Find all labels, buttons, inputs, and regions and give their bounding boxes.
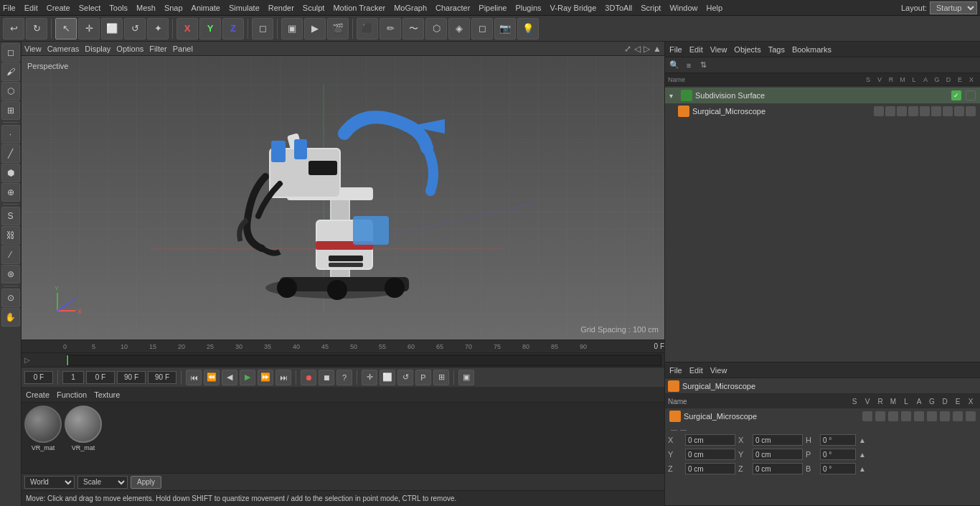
menu-mesh[interactable]: Mesh: [136, 4, 156, 12]
obj-icon-m6[interactable]: [931, 106, 941, 116]
menu-plugins[interactable]: Plugins: [515, 4, 541, 12]
attr-p-input[interactable]: [820, 449, 856, 460]
obj-menu-bookmarks[interactable]: Bookmarks: [792, 45, 831, 54]
attr-y-input[interactable]: [685, 449, 735, 460]
attr-obj-icon-7[interactable]: [940, 411, 950, 421]
y-axis-button[interactable]: Y: [199, 18, 221, 39]
apply-button[interactable]: Apply: [131, 476, 161, 489]
attr-z2-input[interactable]: [753, 463, 803, 474]
vp-icon-left[interactable]: ◁: [634, 44, 641, 54]
max-frame-input[interactable]: [148, 371, 176, 384]
attr-z-input[interactable]: [685, 463, 735, 474]
stop-button[interactable]: ⏹: [319, 370, 334, 385]
mat-menu-create[interactable]: Create: [26, 390, 50, 399]
deform-button[interactable]: ◈: [448, 18, 470, 39]
menu-3dtoall[interactable]: 3DToAll: [605, 4, 632, 12]
tool-ik[interactable]: ⛓: [1, 226, 20, 245]
obj-icon-m1[interactable]: [874, 106, 884, 116]
attr-arrow-h[interactable]: ▲: [859, 436, 867, 444]
attr-obj-icon-1[interactable]: [862, 411, 872, 421]
timeline-bar[interactable]: [66, 355, 661, 366]
obj-icon-sort[interactable]: ⇅: [697, 59, 710, 72]
pb-layout-button[interactable]: ▣: [458, 370, 474, 385]
menu-simulate[interactable]: Simulate: [229, 4, 260, 12]
obj-menu-edit[interactable]: Edit: [689, 45, 703, 54]
cube-button[interactable]: ⬛: [357, 18, 378, 39]
menu-render[interactable]: Render: [268, 4, 294, 12]
help-button[interactable]: ?: [336, 370, 352, 385]
render-viewport-button[interactable]: ▶: [304, 18, 326, 39]
obj-icon-m3[interactable]: [897, 106, 907, 116]
pb-rotate-button[interactable]: ↺: [397, 370, 413, 385]
attr-arrow-b[interactable]: ▲: [859, 465, 867, 473]
obj-menu-tags[interactable]: Tags: [768, 45, 785, 54]
attr-obj-icon-2[interactable]: [875, 411, 885, 421]
attr-y2-input[interactable]: [753, 449, 803, 460]
menu-sculpt[interactable]: Sculpt: [303, 4, 325, 12]
attr-menu-view[interactable]: View: [710, 366, 727, 375]
vp-menu-cameras[interactable]: Cameras: [47, 44, 80, 53]
obj-menu-file[interactable]: File: [669, 45, 682, 54]
vp-menu-panel[interactable]: Panel: [173, 44, 193, 53]
tool-polygons[interactable]: ⬢: [1, 164, 20, 182]
obj-icon-m9[interactable]: [966, 106, 976, 116]
vp-icon-right[interactable]: ▷: [644, 44, 650, 54]
move-tool-button[interactable]: ✛: [78, 18, 100, 39]
tool-edges[interactable]: ╱: [1, 144, 20, 163]
attr-b-input[interactable]: [820, 463, 856, 474]
attr-obj-icon-4[interactable]: [901, 411, 911, 421]
undo-button[interactable]: ↩: [3, 18, 24, 39]
obj-icon-m7[interactable]: [943, 106, 953, 116]
obj-icon-m4[interactable]: [908, 106, 918, 116]
z-axis-button[interactable]: Z: [222, 18, 244, 39]
attr-obj-list-row[interactable]: Surgical_Microscope: [665, 408, 980, 424]
menu-select[interactable]: Select: [79, 4, 101, 12]
mat-menu-function[interactable]: Function: [57, 390, 87, 399]
obj-menu-view[interactable]: View: [710, 45, 727, 54]
pb-scale-button[interactable]: ⬜: [380, 370, 395, 385]
record-button[interactable]: ⏺: [301, 370, 316, 385]
viewport-canvas[interactable]: Perspective Grid Spacing : 100 cm X Y Z: [22, 56, 664, 339]
attr-x2-input[interactable]: [753, 434, 803, 446]
attr-obj-icon-3[interactable]: [888, 411, 898, 421]
mat-menu-texture[interactable]: Texture: [94, 390, 120, 399]
material-item-0[interactable]: VR_mat: [24, 406, 62, 451]
tool-paint[interactable]: 🖌: [1, 62, 20, 81]
object-mode-button[interactable]: ◻: [252, 18, 273, 39]
transform-tool-button[interactable]: ✦: [147, 18, 169, 39]
layout-dropdown[interactable]: Startup: [930, 1, 977, 14]
vp-icon-expand[interactable]: ⤢: [624, 44, 631, 54]
obj-menu-objects[interactable]: Objects: [734, 45, 760, 54]
vp-menu-filter[interactable]: Filter: [149, 44, 166, 53]
object-row-microscope[interactable]: Surgical_Microscope: [665, 103, 980, 119]
start-frame-input[interactable]: [86, 371, 115, 384]
tool-model[interactable]: ◻: [1, 43, 20, 62]
attr-obj-icon-8[interactable]: [953, 411, 963, 421]
goto-start-button[interactable]: ⏮: [186, 370, 202, 385]
current-frame-input[interactable]: [24, 371, 53, 384]
vp-menu-options[interactable]: Options: [116, 44, 143, 53]
menu-animate[interactable]: Animate: [192, 4, 220, 12]
attr-arrow-p[interactable]: ▲: [859, 451, 867, 459]
attr-menu-edit[interactable]: Edit: [689, 366, 703, 375]
timeline-track[interactable]: ▷: [22, 352, 664, 367]
obj-icon-m8[interactable]: [954, 106, 964, 116]
menu-help[interactable]: Help: [707, 4, 723, 12]
tool-brush[interactable]: ⊙: [1, 289, 20, 307]
tool-points[interactable]: ·: [1, 125, 20, 144]
pb-move-button[interactable]: ✛: [362, 370, 377, 385]
spline-button[interactable]: 〜: [402, 18, 424, 39]
attr-obj-icon-6[interactable]: [927, 411, 937, 421]
menu-character[interactable]: Character: [435, 4, 470, 12]
tool-sculpt-tool[interactable]: ⊕: [1, 183, 20, 202]
obj-icon-m2[interactable]: [885, 106, 895, 116]
scene-button[interactable]: ◻: [471, 18, 493, 39]
render-region-button[interactable]: ▣: [281, 18, 303, 39]
x-axis-button[interactable]: X: [176, 18, 198, 39]
vp-menu-display[interactable]: Display: [85, 44, 110, 53]
play-reverse-button[interactable]: ◀: [222, 370, 237, 385]
menu-vray[interactable]: V-Ray Bridge: [550, 4, 597, 12]
obj-expand-subdivision[interactable]: ▾: [669, 92, 678, 100]
vp-menu-view[interactable]: View: [24, 44, 42, 53]
pb-grid-button[interactable]: ⊞: [433, 370, 449, 385]
